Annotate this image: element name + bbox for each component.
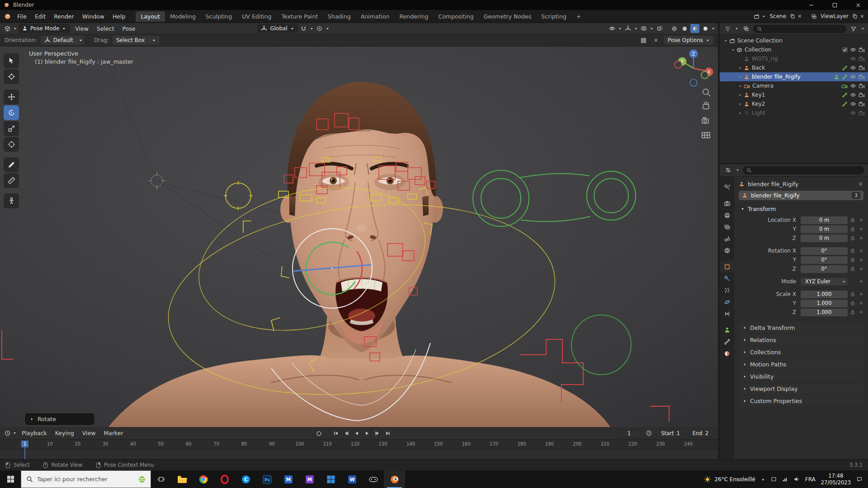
viewport-menu-select[interactable]: Select [93,24,118,33]
editor-type-caret-icon[interactable] [13,27,17,31]
outliner-row-camera[interactable]: Camera [720,81,868,90]
snap-caret-icon[interactable] [310,27,314,31]
eye-toggle[interactable] [850,74,856,80]
workspace-tab-scripting[interactable]: Scripting [536,11,571,22]
auto-keying-toggle[interactable] [314,429,324,438]
timeline-editor-caret-icon[interactable] [13,431,17,435]
action-center-icon[interactable] [856,476,863,482]
blender-logo-icon[interactable] [4,13,11,20]
mode-dropdown[interactable]: Pose Mode [19,24,70,33]
properties-tab-view-layer[interactable] [720,221,734,233]
orientation-default-dropdown[interactable]: Default [41,36,84,45]
eye-toggle[interactable] [850,110,856,116]
camera-toggle[interactable] [859,111,865,116]
camera-toggle[interactable] [859,56,865,61]
taskbar-app-photoshop[interactable]: Ps [256,470,278,488]
animate-dot-icon[interactable] [857,227,865,231]
value-field[interactable]: 0 m [801,216,848,224]
jump-start-button[interactable] [331,429,340,438]
properties-tab-particles[interactable] [720,284,734,296]
checkbox-toggle[interactable] [842,47,848,52]
orientation-dropdown[interactable]: Global [257,24,297,33]
object-name-field[interactable]: blender file_Rigify 3 [739,191,863,200]
viewport-menu-pose[interactable]: Pose [118,24,140,33]
outliner-filter-icon[interactable] [849,24,858,33]
properties-tab-world[interactable] [720,244,734,256]
animate-dot-icon[interactable] [857,267,865,271]
snap-grid-icon[interactable] [639,36,648,45]
camera-toggle[interactable] [859,102,865,107]
lock-icon[interactable] [848,226,857,232]
panel-motion-paths[interactable]: Motion Paths [739,359,863,370]
frame-end-field[interactable]: End2 [688,429,713,437]
play-reverse-button[interactable] [352,429,361,438]
timeline-track-area[interactable] [0,450,718,459]
viewlayer-remove-icon[interactable] [860,14,864,19]
task-view-button[interactable] [151,470,171,488]
outliner-search-input[interactable] [753,25,846,33]
properties-search-input[interactable] [743,166,864,174]
workspace-tab-geometry-nodes[interactable]: Geometry Nodes [479,11,536,22]
disclosure-open-icon[interactable] [730,48,736,52]
eye-toggle[interactable] [850,101,856,107]
drag-dropdown[interactable]: Select Box [113,36,160,45]
weather-widget[interactable]: 26°C Ensoleillé [704,476,755,483]
menu-window[interactable]: Window [78,12,108,21]
timeline-menu-keying[interactable]: Keying [51,428,78,438]
properties-editor-type-button[interactable] [723,166,732,175]
viewlayer-new-icon[interactable] [852,14,858,19]
visibility-toggle[interactable] [608,24,617,33]
viewport-canvas[interactable]: X Y Z [0,47,718,427]
playhead[interactable]: 1 [21,441,28,447]
workspace-tab-modeling[interactable]: Modeling [165,11,201,22]
lock-icon[interactable] [848,257,857,263]
lock-icon[interactable] [848,217,857,223]
scene-new-icon[interactable] [790,14,795,19]
disclosure-closed-icon[interactable] [737,66,744,70]
scene-icon[interactable] [754,14,760,19]
animate-dot-icon[interactable] [857,218,865,222]
taskbar-app-app-m-purple[interactable]: M [299,470,320,488]
snap-toggle[interactable] [299,24,308,33]
menu-help[interactable]: Help [108,12,130,21]
close-tool-settings-icon[interactable] [651,36,660,45]
properties-tab-physics[interactable] [720,296,734,308]
pose-options-dropdown[interactable]: Pose Options [664,36,713,45]
animate-dot-icon[interactable] [857,236,865,240]
outliner-editor-type-button[interactable] [723,24,732,33]
properties-tab-object-data[interactable] [720,324,734,336]
outliner-row-scene-collection[interactable]: Scene Collection [720,36,868,45]
disclosure-closed-icon[interactable] [737,111,744,115]
workspace-tab-shading[interactable]: Shading [323,11,356,22]
properties-tab-modifiers[interactable] [720,272,734,284]
visibility-caret-icon[interactable] [618,27,622,31]
viewlayer-name[interactable]: ViewLayer [821,13,849,19]
tray-expand-icon[interactable] [761,477,765,482]
value-field[interactable]: 1.000 [801,300,848,307]
camera-toggle[interactable] [859,47,865,52]
scene-caret-icon[interactable] [762,14,766,19]
lock-icon[interactable] [848,300,857,306]
tool-move[interactable] [4,89,19,104]
properties-editor-caret-icon[interactable] [736,168,740,172]
properties-tab-material[interactable] [720,347,734,359]
outliner-editor-caret-icon[interactable] [735,27,739,31]
properties-search-field[interactable] [755,167,861,174]
outliner-display-mode-icon[interactable] [741,24,750,33]
properties-tab-bone[interactable] [720,336,734,347]
tool-transform[interactable] [4,137,19,152]
maximize-button[interactable] [825,0,844,10]
viewport-3d[interactable]: X Y Z User Perspective (1) blender file_… [0,47,718,427]
show-gizmo-toggle[interactable] [623,24,632,33]
workspace-tab-texture-paint[interactable]: Texture Paint [276,11,323,22]
lock-icon[interactable] [848,248,857,253]
menu-render[interactable]: Render [50,12,78,21]
eye-toggle[interactable] [850,92,856,98]
disclosure-closed-icon[interactable] [737,84,744,88]
tool-scale[interactable] [4,121,19,136]
start-button[interactable] [0,470,21,488]
lock-icon[interactable] [848,235,857,241]
tool-annotate[interactable] [4,157,19,172]
tool-pose-breakdowner[interactable] [4,193,19,208]
timeline-menu-marker[interactable]: Marker [99,428,127,438]
